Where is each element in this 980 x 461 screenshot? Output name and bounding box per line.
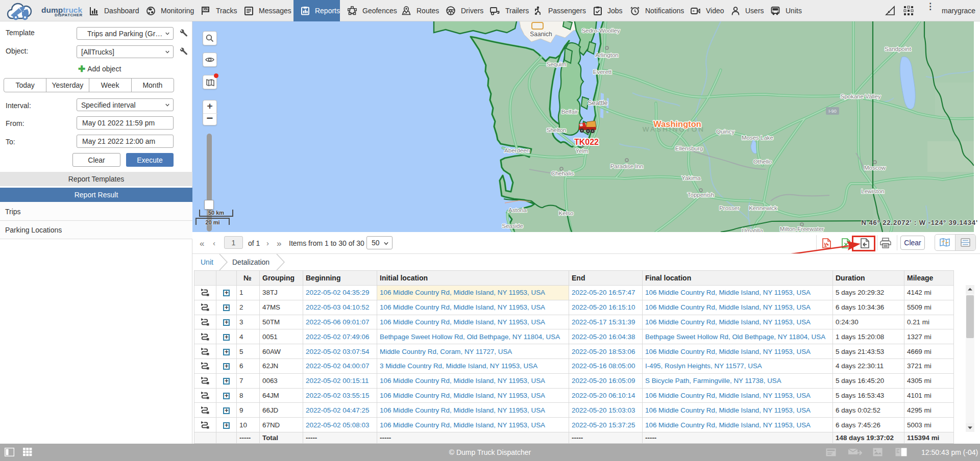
svg-text:Kennewick: Kennewick (749, 205, 777, 211)
svg-text:Sequim: Sequim (547, 61, 567, 67)
svg-text:Quincy: Quincy (716, 129, 734, 135)
svg-text:Chehalis: Chehalis (551, 170, 574, 176)
svg-text:Moses Lake: Moses Lake (742, 135, 773, 141)
svg-text:Lewiston: Lewiston (861, 188, 884, 194)
svg-text:Aberdeen: Aberdeen (504, 147, 530, 153)
svg-text:Seattle: Seattle (588, 99, 608, 107)
svg-text:Kelso: Kelso (559, 210, 574, 216)
svg-text:Moscow: Moscow (864, 165, 886, 171)
svg-text:Toppenish: Toppenish (688, 192, 714, 198)
svg-text:Milton-Freewater: Milton-Freewater (780, 226, 824, 232)
svg-text:Belfair: Belfair (561, 109, 578, 115)
svg-text:TK022: TK022 (574, 138, 599, 146)
svg-text:I-90: I-90 (828, 109, 837, 114)
svg-text:Prosser: Prosser (719, 205, 740, 211)
svg-text:Astoria: Astoria (508, 207, 527, 213)
svg-text:Saanich: Saanich (530, 31, 552, 38)
svg-text:Everett: Everett (593, 69, 612, 75)
svg-text:Yelm: Yelm (575, 148, 588, 154)
svg-text:Spokane Valley: Spokane Valley (840, 93, 880, 99)
svg-text:Shelton: Shelton (546, 127, 566, 133)
svg-text:Othello: Othello (753, 159, 772, 165)
svg-text:Paradise Inn: Paradise Inn (610, 163, 644, 169)
svg-text:Sedro-Woolley: Sedro-Woolley (581, 28, 620, 34)
svg-text:Umatilla: Umatilla (742, 227, 763, 232)
svg-text:Washington: Washington (653, 119, 701, 129)
svg-text:Arlington: Arlington (595, 52, 618, 58)
svg-text:Yakima: Yakima (681, 175, 701, 181)
svg-text:Ellensburg: Ellensburg (675, 145, 703, 151)
svg-text:Sandpoint: Sandpoint (885, 46, 912, 52)
